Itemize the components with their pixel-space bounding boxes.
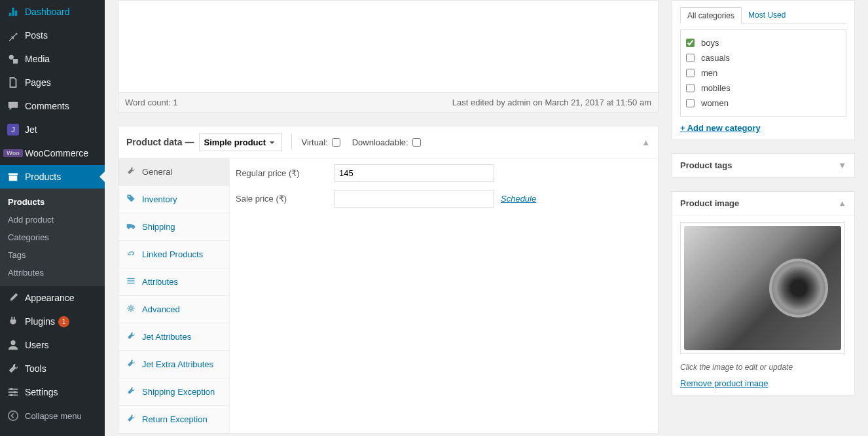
svg-point-0 (9, 55, 14, 60)
regular-price-label: Regular price (₹) (236, 168, 334, 178)
wrench-icon (126, 331, 137, 342)
category-item[interactable]: mobiles (686, 81, 841, 96)
product-data-tabs: General Inventory Shipping Linked Produc… (118, 158, 230, 433)
category-checkbox[interactable] (686, 39, 695, 47)
wrench-icon (126, 166, 137, 177)
editor-content[interactable] (118, 1, 658, 92)
menu-label: Posts (25, 30, 48, 41)
add-new-category-link[interactable]: + Add new category (680, 123, 846, 133)
svg-point-13 (132, 227, 134, 229)
panel-toggle[interactable]: ▲ (838, 198, 846, 208)
regular-price-input[interactable] (334, 164, 494, 182)
tab-linked-products[interactable]: Linked Products (118, 241, 229, 268)
category-item[interactable]: casuals (686, 50, 841, 65)
tab-attributes[interactable]: Attributes (118, 268, 229, 296)
virtual-checkbox[interactable] (332, 138, 340, 147)
update-badge: 1 (58, 316, 69, 327)
menu-tools[interactable]: Tools (0, 357, 105, 380)
category-item[interactable]: boys (686, 35, 841, 50)
category-item[interactable]: men (686, 65, 841, 81)
tab-return-exception[interactable]: Return Exception (118, 406, 229, 433)
wrench-icon (126, 359, 137, 370)
tab-all-categories[interactable]: All categories (680, 7, 742, 24)
dashboard-icon (7, 5, 20, 18)
remove-product-image-link[interactable]: Remove product image (680, 378, 768, 388)
submenu-products[interactable]: Products (0, 193, 105, 211)
menu-pages[interactable]: Pages (0, 71, 105, 94)
link-icon (126, 249, 137, 260)
product-data-panel: Product data — Simple product Virtual: D… (118, 126, 659, 434)
list-icon (126, 276, 137, 287)
category-checkbox[interactable] (686, 69, 695, 77)
menu-users[interactable]: Users (0, 333, 105, 357)
menu-media[interactable]: Media (0, 47, 105, 71)
menu-appearance[interactable]: Appearance (0, 286, 105, 310)
svg-rect-3 (9, 389, 18, 390)
svg-rect-16 (127, 283, 134, 283)
category-list: boys casuals men mobiles women (680, 29, 846, 117)
svg-point-10 (128, 196, 130, 197)
svg-rect-4 (9, 391, 18, 393)
product-image-thumbnail[interactable] (680, 222, 845, 354)
tab-jet-attributes[interactable]: Jet Attributes (118, 323, 229, 351)
product-tags-title: Product tags (680, 160, 732, 170)
svg-rect-1 (13, 59, 18, 64)
svg-point-12 (128, 227, 130, 229)
downloadable-checkbox[interactable] (412, 138, 421, 147)
tab-shipping-exception[interactable]: Shipping Exception (118, 378, 229, 406)
image-hint: Click the image to edit or update (680, 363, 846, 372)
menu-comments[interactable]: Comments (0, 94, 105, 118)
tab-shipping[interactable]: Shipping (118, 213, 229, 241)
menu-label: Pages (25, 77, 51, 88)
menu-label: Media (25, 54, 50, 64)
product-image-title: Product image (680, 198, 739, 208)
truck-icon (126, 221, 137, 232)
menu-label: Users (25, 340, 49, 350)
menu-products[interactable]: Products (0, 165, 105, 189)
tab-inventory[interactable]: Inventory (118, 186, 229, 213)
svg-rect-11 (127, 224, 132, 228)
menu-label: Settings (25, 387, 58, 397)
category-checkbox[interactable] (686, 84, 695, 92)
sale-price-label: Sale price (₹) (236, 194, 334, 204)
menu-dashboard[interactable]: Dashboard (0, 0, 105, 24)
product-type-select[interactable]: Simple product (199, 133, 282, 151)
menu-plugins[interactable]: Plugins 1 (0, 310, 105, 333)
category-checkbox[interactable] (686, 54, 695, 62)
comment-icon (7, 100, 20, 113)
submenu-add-product[interactable]: Add product (0, 211, 105, 228)
last-edited: Last edited by admin on March 21, 2017 a… (452, 98, 651, 107)
svg-point-6 (10, 388, 13, 391)
category-item[interactable]: women (686, 96, 841, 111)
virtual-label: Virtual: (301, 137, 327, 147)
menu-label: Comments (25, 101, 69, 111)
submenu-tags[interactable]: Tags (0, 246, 105, 264)
collapse-label: Collapse menu (25, 411, 82, 421)
menu-settings[interactable]: Settings (0, 380, 105, 404)
category-tabs: All categories Most Used (680, 7, 846, 24)
collapse-icon (7, 409, 20, 422)
product-tags-box: Product tags ▼ (672, 153, 855, 178)
collapse-menu[interactable]: Collapse menu (0, 404, 105, 427)
gear-icon (126, 304, 137, 315)
panel-toggle[interactable]: ▲ (642, 137, 650, 147)
menu-jet[interactable]: J Jet (0, 118, 105, 141)
submenu-attributes[interactable]: Attributes (0, 264, 105, 282)
editor-footer: Word count: 1 Last edited by admin on Ma… (118, 92, 658, 112)
menu-woocommerce[interactable]: Woo WooCommerce (0, 141, 105, 165)
menu-label: Tools (25, 363, 46, 374)
schedule-link[interactable]: Schedule (501, 194, 536, 204)
panel-toggle[interactable]: ▼ (838, 160, 846, 170)
product-data-content: Regular price (₹) Sale price (₹) Schedul… (230, 158, 658, 433)
svg-rect-14 (127, 278, 134, 279)
sale-price-input[interactable] (334, 190, 494, 208)
tab-most-used[interactable]: Most Used (742, 7, 792, 24)
menu-posts[interactable]: Posts (0, 24, 105, 47)
tab-general[interactable]: General (118, 158, 229, 186)
tab-jet-extra-attributes[interactable]: Jet Extra Attributes (118, 351, 229, 378)
tab-advanced[interactable]: Advanced (118, 296, 229, 323)
submenu-categories[interactable]: Categories (0, 228, 105, 246)
product-data-header: Product data — Simple product Virtual: D… (118, 126, 658, 158)
category-checkbox[interactable] (686, 99, 695, 107)
wrench-icon (126, 386, 137, 397)
